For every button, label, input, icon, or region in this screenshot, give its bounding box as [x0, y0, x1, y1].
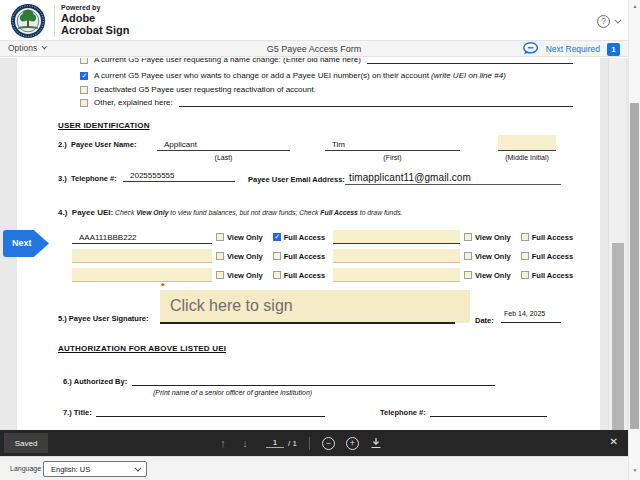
- uei-number-field[interactable]: [72, 268, 212, 282]
- previous-page-button[interactable]: ↑: [212, 437, 234, 449]
- app-header: Powered by Adobe Acrobat Sign ?: [0, 0, 628, 41]
- authorized-by-line: [132, 371, 495, 386]
- full-access-checkbox[interactable]: [521, 271, 529, 279]
- full-access-checkbox[interactable]: [273, 252, 281, 260]
- comment-icon[interactable]: [522, 42, 539, 56]
- uei-row: View Only Full Access: [333, 249, 579, 263]
- pdf-page: A current G5 Payee user requesting a nam…: [17, 58, 600, 430]
- scroll-down-arrow[interactable]: ▼: [629, 467, 640, 473]
- telephone-label: 3.) Telephone #:: [58, 174, 117, 183]
- uei-number-field[interactable]: AAA111BBB222: [72, 230, 212, 244]
- page-number-input[interactable]: 1: [266, 438, 284, 448]
- uei-row: AAA111BBB222 View Only Full Access: [72, 230, 331, 244]
- title-line: [96, 402, 325, 417]
- blank-line: [367, 58, 573, 64]
- title-telephone-line: [430, 402, 547, 417]
- uei-row: View Only Full Access: [72, 268, 331, 282]
- signature-underline: [160, 308, 455, 324]
- authorized-by-label: 6.) Authorized By:: [63, 377, 127, 386]
- uei-number-field[interactable]: [333, 230, 460, 244]
- powered-by-text: Powered by: [61, 4, 129, 11]
- view-only-checkbox[interactable]: [464, 271, 472, 279]
- full-access-checkbox[interactable]: [273, 233, 281, 241]
- next-page-button[interactable]: ↓: [234, 437, 256, 449]
- pdf-scrollbar-thumb[interactable]: [612, 243, 624, 430]
- uei-number-field[interactable]: [333, 249, 460, 263]
- full-access-checkbox[interactable]: [521, 252, 529, 260]
- toolbar-divider: [309, 437, 310, 450]
- user-identification-heading: USER IDENTIFICATION: [58, 121, 150, 130]
- brand-acrobat-sign: Acrobat Sign: [61, 25, 129, 37]
- signature-label: 5.) Payee User Signature:: [58, 314, 148, 323]
- pdf-viewport: A current G5 Payee user requesting a nam…: [0, 58, 628, 430]
- uei-instructions: 4.) Payee UEI: Check View Only to view f…: [58, 208, 402, 217]
- telephone-field[interactable]: 2025555555: [123, 168, 235, 182]
- email-label: Payee User Email Address:: [248, 175, 345, 184]
- chevron-down-icon: [614, 16, 621, 23]
- brand-block: Powered by Adobe Acrobat Sign: [61, 4, 129, 36]
- authorization-heading: AUTHORIZATION FOR ABOVE LISTED UEI: [58, 344, 226, 353]
- checkbox-name-change[interactable]: [80, 58, 88, 64]
- language-select[interactable]: English: US: [43, 461, 147, 477]
- view-only-checkbox[interactable]: [216, 233, 224, 241]
- help-icon: ?: [597, 15, 610, 28]
- first-name-field[interactable]: Tim: [325, 134, 460, 151]
- full-access-checkbox[interactable]: [521, 233, 529, 241]
- intro-option-row: Other, explained here:: [80, 98, 573, 107]
- uei-number-field[interactable]: [72, 249, 212, 263]
- intro-option-row: A current G5 Payee user requesting a nam…: [80, 58, 573, 64]
- title-label: 7.) Title:: [63, 408, 92, 417]
- saved-status-badge: Saved: [4, 433, 48, 453]
- language-label: Language: [10, 465, 41, 472]
- zoom-in-button[interactable]: +: [346, 437, 359, 450]
- page-navigation: ↑ ↓ 1 / 1 − +: [212, 430, 382, 456]
- first-caption: (First): [325, 154, 460, 161]
- middle-initial-field[interactable]: [498, 135, 556, 151]
- options-bar-right: Next Required 1: [522, 42, 620, 56]
- pdf-scrollbar[interactable]: [608, 58, 626, 430]
- payee-name-label: 2.) Payee User Name:: [58, 140, 136, 149]
- intro-option-text: A current G5 Payee user requesting a nam…: [94, 58, 361, 64]
- intro-option-text: Other, explained here:: [94, 98, 173, 107]
- date-underline: [501, 308, 561, 323]
- options-bar: Options G5 Payee Access Form Next Requir…: [0, 41, 628, 57]
- header-divider: [54, 5, 55, 37]
- next-required-link[interactable]: Next Required: [546, 44, 600, 54]
- zoom-out-button[interactable]: −: [322, 437, 335, 450]
- scroll-up-arrow[interactable]: ▲: [629, 3, 640, 9]
- view-only-checkbox[interactable]: [216, 271, 224, 279]
- language-value: English: US: [51, 465, 90, 474]
- page-total: / 1: [288, 439, 297, 448]
- help-menu-button[interactable]: ?: [597, 13, 623, 29]
- intro-option-row: Deactivated G5 Payee user requesting rea…: [80, 85, 573, 94]
- blank-line: [179, 98, 573, 107]
- intro-option-text: A current G5 Payee user who wants to cha…: [94, 71, 506, 80]
- download-button[interactable]: [370, 437, 382, 449]
- uei-row: View Only Full Access: [72, 249, 331, 263]
- authorized-by-caption: (Print name of a senior officer of grant…: [153, 389, 312, 396]
- next-required-count-badge[interactable]: 1: [607, 43, 620, 56]
- uei-row: View Only Full Access: [333, 230, 579, 244]
- date-label: Date:: [475, 316, 494, 325]
- viewer-toolbar: Saved ↑ ↓ 1 / 1 − + ✕: [0, 430, 628, 456]
- uei-number-field[interactable]: [333, 268, 460, 282]
- email-field: timapplicant11@gmail.com: [345, 168, 561, 185]
- view-only-checkbox[interactable]: [216, 252, 224, 260]
- checkbox-reactivation[interactable]: [80, 86, 88, 94]
- download-icon: [370, 437, 382, 449]
- intro-option-row: A current G5 Payee user who wants to cha…: [80, 71, 573, 80]
- chevron-down-icon: [134, 464, 141, 471]
- uei-row: View Only Full Access: [333, 268, 579, 282]
- last-name-field[interactable]: Applicant: [157, 134, 290, 151]
- checkbox-change-uei[interactable]: [80, 72, 88, 80]
- footer-bar: Language English: US: [0, 456, 628, 480]
- window-scrollbar[interactable]: ▲ ▼: [628, 0, 640, 480]
- window-scrollbar-thumb[interactable]: [630, 103, 639, 429]
- full-access-checkbox[interactable]: [273, 271, 281, 279]
- checkbox-other[interactable]: [80, 99, 88, 107]
- close-button[interactable]: ✕: [610, 436, 618, 447]
- last-caption: (Last): [157, 154, 290, 161]
- acrobat-sign-window: Powered by Adobe Acrobat Sign ? Options …: [0, 0, 640, 480]
- view-only-checkbox[interactable]: [464, 233, 472, 241]
- view-only-checkbox[interactable]: [464, 252, 472, 260]
